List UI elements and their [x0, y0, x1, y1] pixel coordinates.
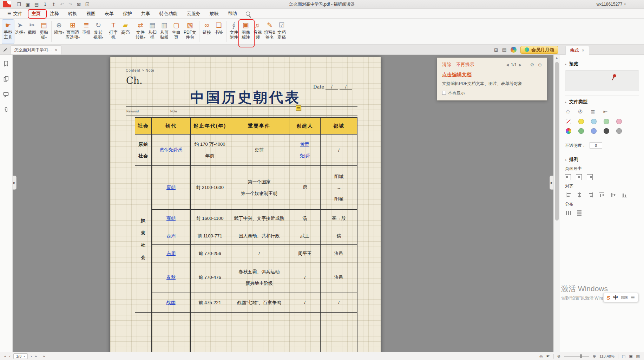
properties-icon[interactable]: ≣	[591, 109, 595, 115]
left-panel-expand-handle[interactable]: ▶	[13, 176, 17, 190]
dont-remind-button[interactable]: 不再提示	[456, 61, 474, 68]
pages-panel-icon[interactable]	[3, 76, 9, 83]
send-icon[interactable]: ↥	[52, 2, 55, 7]
fit-page-icon[interactable]: ▢	[622, 354, 625, 359]
input-method-bar[interactable]: S 中 ⌨ ☰	[603, 293, 638, 302]
print-icon[interactable]: ▤	[34, 2, 39, 7]
dynasty-link[interactable]: 黄帝尧舜禹	[160, 147, 183, 152]
prev-hint-icon[interactable]: ◀	[506, 63, 509, 67]
select-tool-icon[interactable]: ◎	[539, 354, 543, 359]
align-top-icon[interactable]	[599, 192, 605, 198]
document-tab[interactable]: 怎么面对高中学习... ×	[11, 45, 61, 54]
file-convert-button[interactable]: ⇄文件转换▾	[134, 20, 146, 44]
settings-gear-icon[interactable]: ⚙	[530, 62, 534, 67]
color-swatch[interactable]	[604, 119, 609, 124]
reflow-button[interactable]: ≣重排	[80, 20, 92, 44]
menu-tab-comment[interactable]: 注释	[45, 9, 64, 18]
clear-button[interactable]: 清除	[442, 61, 451, 68]
page-layout-icon[interactable]: ▤	[636, 354, 640, 359]
color-swatch[interactable]	[578, 119, 584, 124]
collapse-icon[interactable]: ▴	[565, 100, 566, 104]
assistant-orb-icon[interactable]	[511, 47, 517, 53]
menu-tab-share[interactable]: 共享	[137, 9, 155, 18]
export-icon[interactable]: ↧	[43, 2, 47, 7]
sticky-note-annotation-icon[interactable]	[296, 105, 301, 111]
vertical-scrollbar[interactable]: ▲	[553, 55, 560, 352]
menu-tab-convert[interactable]: 转换	[64, 9, 82, 18]
color-swatch[interactable]	[591, 119, 597, 124]
color-swatch[interactable]	[616, 128, 622, 134]
color-swatch[interactable]	[616, 119, 622, 124]
distribute-horizontal-icon[interactable]	[565, 210, 571, 216]
image-annotation-button[interactable]: ▣图像标注	[240, 20, 252, 44]
redo-icon[interactable]: ↷	[68, 2, 72, 7]
user-account[interactable]: wx118615277 ▾	[597, 2, 626, 7]
attachments-panel-icon[interactable]	[3, 107, 9, 114]
snapshot-button[interactable]: ✂截图	[26, 20, 38, 44]
next-hint-icon[interactable]: ▶	[519, 63, 522, 67]
customize-toolbar-icon[interactable]: ☑	[85, 2, 90, 7]
open-file-icon[interactable]: ❐	[17, 2, 21, 7]
rotate-view-button[interactable]: ↻旋转视图▾	[92, 20, 104, 44]
center-both-icon[interactable]	[576, 174, 582, 180]
center-vertical-icon[interactable]	[587, 174, 593, 180]
color-swatch-custom[interactable]	[566, 128, 571, 134]
more-tools-icon[interactable]: »	[43, 354, 45, 358]
first-page-icon[interactable]: «	[4, 354, 6, 358]
read-mode-icon[interactable]: ▤	[502, 47, 507, 53]
dynasty-link[interactable]: 西周	[166, 233, 176, 238]
color-swatch-none[interactable]	[566, 119, 571, 124]
menu-tab-form[interactable]: 表单	[100, 9, 118, 18]
dynasty-link[interactable]: 战国	[166, 300, 176, 305]
align-left-icon[interactable]	[565, 192, 571, 198]
dynasty-link[interactable]: 东周	[166, 251, 176, 256]
keyboard-icon[interactable]: ⌨	[621, 295, 628, 300]
search-icon[interactable]	[246, 12, 250, 16]
collapse-icon[interactable]: ▴	[565, 158, 566, 161]
founder-link[interactable]: 尧|舜	[300, 153, 310, 159]
undo-icon[interactable]: ↶	[60, 2, 64, 7]
attach-icon[interactable]: ✇	[578, 109, 583, 115]
page-fit-button[interactable]: ⊞页面适应选项▾	[65, 20, 80, 44]
dynasty-link[interactable]: 夏朝	[166, 185, 176, 190]
bookmarks-panel-icon[interactable]	[3, 60, 9, 68]
file-attachment-button[interactable]: ∮文件附件	[228, 20, 240, 44]
zoom-slider[interactable]	[564, 356, 589, 357]
mail-icon[interactable]: ✉	[77, 2, 81, 7]
hand-tool-icon[interactable]: ☛	[546, 354, 550, 359]
next-page-icon[interactable]: ›	[31, 354, 32, 358]
zoom-out-icon[interactable]: ⊖	[557, 354, 560, 359]
zoom-level[interactable]: 113.48%	[599, 354, 615, 358]
select-button[interactable]: ➤选择▾	[14, 20, 26, 44]
close-panel-icon[interactable]: ×	[582, 48, 584, 53]
fill-sign-button[interactable]: ✎填写&签名	[264, 20, 276, 44]
scrollbar-thumb[interactable]	[555, 62, 559, 221]
prev-page-icon[interactable]: ‹	[9, 354, 11, 358]
hand-tool-button[interactable]: ☛手型工具	[2, 20, 14, 44]
right-panel-collapse-handle[interactable]: ▶	[550, 176, 553, 190]
color-swatch[interactable]	[591, 128, 597, 134]
ime-logo-icon[interactable]: S	[607, 295, 610, 301]
color-swatch[interactable]	[578, 128, 584, 134]
bookmark-button[interactable]: ❏书签	[213, 20, 225, 44]
fit-width-icon[interactable]: ▣	[629, 354, 632, 359]
format-panel-tab[interactable]: 格式 ×	[565, 46, 589, 55]
align-bottom-icon[interactable]	[621, 192, 627, 198]
align-right-icon[interactable]	[587, 192, 594, 198]
document-viewport[interactable]: Content > Note Ch. 中国历史朝代表 Date / / Keyw…	[13, 55, 553, 352]
insert-icon[interactable]: ⇤	[603, 109, 608, 115]
zoom-slider-thumb[interactable]	[580, 354, 582, 358]
menu-tab-slideshow[interactable]: 放映	[205, 9, 223, 18]
blank-page-button[interactable]: ▢空白页	[170, 20, 182, 44]
dont-show-checkbox[interactable]	[442, 91, 446, 95]
save-icon[interactable]: ▣	[26, 2, 30, 7]
from-scanner-button[interactable]: ▦从扫描	[146, 20, 158, 44]
color-swatch[interactable]	[604, 128, 609, 134]
clipboard-button[interactable]: ▤剪贴板▾	[38, 20, 50, 44]
opacity-value-field[interactable]: 0	[590, 142, 602, 149]
from-clipboard-button[interactable]: ▥从剪贴板	[158, 20, 170, 44]
edit-document-link[interactable]: 点击编辑文档	[442, 72, 472, 78]
membership-button[interactable]: 会员月月领	[520, 46, 558, 54]
menu-tab-protect[interactable]: 保护	[118, 9, 137, 18]
doc-finalize-button[interactable]: ☑文档定稿	[276, 20, 288, 44]
